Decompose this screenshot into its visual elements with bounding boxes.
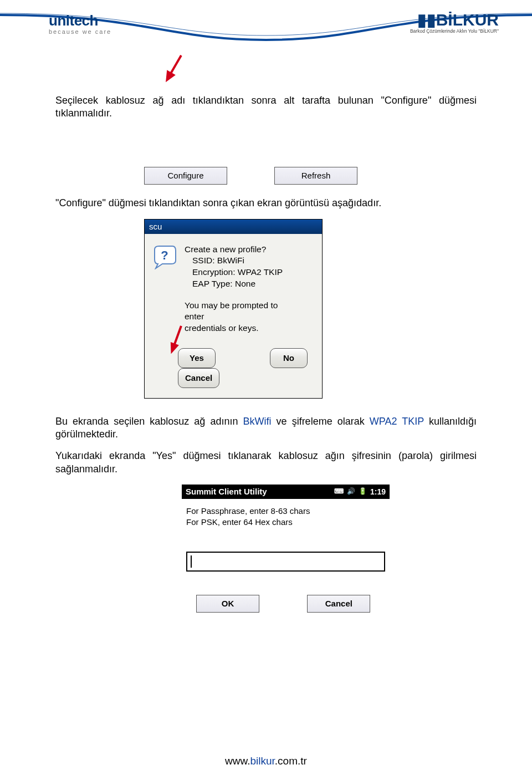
summit-body: For Passphrase, enter 8-63 chars For PSK…: [182, 499, 390, 617]
configure-refresh-row: Configure Refresh: [55, 129, 477, 197]
paragraph-3: Bu ekranda seçilen kablosuz ağ adının Bk…: [55, 415, 477, 441]
question-icon: ?: [152, 245, 177, 269]
dialog-prompt-2: enter: [185, 312, 204, 321]
bilkur-logo-tagline: Barkod Çözümlerinde Aklın Yolu "BİLKUR": [410, 28, 499, 34]
passphrase-input[interactable]: [186, 552, 385, 572]
battery-icon[interactable]: 🔋: [359, 487, 367, 496]
bilkur-logo: ▮▮BİLKUR Barkod Çözümlerinde Aklın Yolu …: [410, 10, 499, 34]
footer-url: www.bilkur.com.tr: [0, 755, 532, 767]
no-button[interactable]: No: [270, 348, 308, 368]
dialog-line-4: EAP Type: None: [185, 278, 314, 290]
document-content: Seçilecek kablosuz ağ adı tıklandıktan s…: [0, 50, 532, 617]
svg-marker-0: [161, 53, 186, 84]
dialog-prompt-3: credentials or keys.: [185, 323, 259, 333]
clock-text: 1:19: [370, 487, 386, 497]
p3-a: Bu ekranda seçilen kablosuz ağ adının: [55, 416, 243, 427]
url-post: .com.tr: [275, 755, 307, 767]
dialog-line-2: SSID: BkWiFi: [185, 255, 314, 267]
p3-c: ve şifreleme olarak: [272, 416, 370, 427]
scu-dialog-body: ? Create a new profile? SSID: BkWiFi Enc…: [145, 234, 322, 398]
scu-dialog: scu ? Create a new profile? SSID: BkWiFi…: [144, 219, 323, 399]
summit-hint-2: For PSK, enter 64 Hex chars: [186, 517, 385, 528]
summit-buttons: OK Cancel: [186, 595, 385, 617]
paragraph-4: Yukarıdaki ekranda "Yes" düğmesi tıklana…: [55, 450, 477, 476]
dialog-line-1: Create a new profile?: [185, 244, 266, 254]
url-pre: www.: [225, 755, 250, 767]
unitech-logo-tagline: because we care: [49, 28, 111, 35]
cancel-button[interactable]: Cancel: [178, 368, 219, 388]
yes-button[interactable]: Yes: [178, 348, 216, 368]
configure-button[interactable]: Configure: [144, 167, 227, 185]
dialog-prompt-1: You may be prompted to: [185, 300, 278, 310]
p3-wpa2tkip: WPA2 TKIP: [370, 416, 424, 427]
scu-dialog-message: Create a new profile? SSID: BkWiFi Encry…: [185, 244, 314, 290]
unitech-logo: unitech because we care: [49, 12, 111, 35]
url-mid: bilkur: [250, 755, 274, 767]
p3-bkwifi: BkWifi: [243, 416, 272, 427]
page-header: unitech because we care ▮▮BİLKUR Barkod …: [0, 0, 532, 50]
bilkur-logo-text: ▮▮BİLKUR: [410, 10, 499, 29]
dialog-line-3: Encryption: WPA2 TKIP: [185, 267, 314, 278]
speaker-icon[interactable]: 🔊: [347, 487, 355, 496]
scu-dialog-buttons: Yes No Cancel: [152, 348, 314, 388]
summit-window: Summit Client Utility ⌨ 🔊 🔋 1:19 For Pas…: [182, 485, 390, 617]
scu-dialog-prompt: You may be prompted to enter credentials…: [185, 300, 314, 333]
svg-text:?: ?: [161, 248, 168, 262]
unitech-logo-text: unitech: [49, 12, 111, 29]
scu-dialog-title: scu: [145, 220, 322, 234]
ok-button[interactable]: OK: [196, 595, 259, 613]
keyboard-icon[interactable]: ⌨: [334, 487, 344, 496]
summit-hint-1: For Passphrase, enter 8-63 chars: [186, 506, 385, 517]
summit-titlebar: Summit Client Utility ⌨ 🔊 🔋 1:19: [182, 485, 390, 499]
summit-title-text: Summit Client Utility: [186, 486, 267, 497]
arrow-icon: [160, 52, 188, 85]
summit-cancel-button[interactable]: Cancel: [307, 595, 370, 613]
